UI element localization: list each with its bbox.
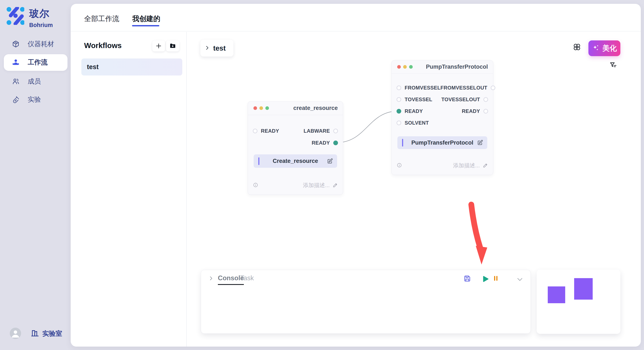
sparkles-icon [592, 44, 600, 52]
pause-icon[interactable] [492, 275, 500, 283]
workflow-tabs-bar: 全部工作流 我创建的 [71, 4, 641, 31]
tab-task[interactable]: Task [240, 274, 254, 284]
avatar[interactable] [10, 328, 21, 339]
node-action-button[interactable]: Create_resource [254, 154, 337, 168]
node-header: create_resource [248, 101, 343, 115]
node-header: PumpTransferProtocol [392, 60, 493, 74]
import-folder-button[interactable] [166, 40, 179, 51]
layout-clover-icon[interactable] [573, 43, 581, 51]
logo-subtitle: Bohrium [29, 22, 53, 28]
active-tab-underline [132, 25, 159, 26]
edit-icon[interactable] [477, 140, 483, 146]
logo-title: 玻尔 [29, 7, 53, 20]
port-row: READY READY [392, 107, 493, 116]
filter-icon[interactable] [610, 61, 617, 69]
add-workflow-button[interactable] [152, 40, 165, 51]
edit-icon[interactable] [327, 158, 333, 164]
run-icon[interactable] [481, 275, 489, 283]
tab-all-workflows[interactable]: 全部工作流 [84, 14, 119, 24]
port-row: SOLVENT [392, 119, 493, 127]
sidebar-item-experiment[interactable]: 实验 [0, 92, 71, 107]
tab-console[interactable]: Console [218, 274, 244, 285]
sidebar: 玻尔 Bohrium 仪器耗材 [0, 0, 71, 350]
beautify-label: 美化 [602, 43, 617, 53]
plus-icon [156, 43, 162, 49]
input-port-ready[interactable]: READY [396, 108, 423, 114]
package-icon [11, 39, 20, 48]
console-header: Console Task [201, 270, 530, 287]
node-pump-transfer-protocol[interactable]: PumpTransferProtocol FROMVESSEL FROMVESS… [392, 60, 493, 175]
main-content: 全部工作流 我创建的 Workflows test [71, 4, 641, 347]
traffic-dots-icon [254, 106, 269, 110]
minimap[interactable] [537, 270, 620, 334]
port-circle[interactable] [491, 85, 495, 90]
info-icon[interactable] [397, 163, 402, 169]
pencil-icon [333, 182, 338, 189]
input-port-fromvessel[interactable]: FROMVESSEL [396, 85, 440, 91]
bohrium-logo-icon [6, 7, 24, 28]
port-row: FROMVESSEL FROMVESSELOUT [392, 84, 493, 92]
sidebar-item-members[interactable]: 成员 [0, 74, 71, 89]
port-circle[interactable] [396, 85, 401, 90]
workflow-icon [11, 58, 20, 67]
workflow-list-item-test[interactable]: test [81, 58, 182, 75]
chevron-down-icon[interactable] [516, 276, 524, 284]
node-create-resource[interactable]: create_resource READY LABWARE READY [248, 101, 343, 195]
experiment-icon [11, 95, 20, 104]
sidebar-item-label: 工作流 [28, 58, 48, 67]
port-circle-connected[interactable] [396, 109, 401, 114]
save-icon[interactable] [464, 275, 472, 283]
port-circle[interactable] [396, 121, 401, 125]
port-circle[interactable] [333, 129, 338, 133]
text-caret [402, 139, 403, 147]
members-icon [11, 77, 20, 86]
lab-label: 实验室 [42, 329, 62, 338]
node-action-button[interactable]: PumpTransferProtocol [398, 136, 487, 149]
tab-my-created[interactable]: 我创建的 [132, 14, 160, 24]
node-title: PumpTransferProtocol [426, 64, 488, 70]
sidebar-item-label: 实验 [28, 95, 41, 104]
minimap-node-rect [574, 278, 593, 300]
output-port-tovesselout[interactable]: TOVESSELOUT [441, 97, 488, 103]
port-row: READY [248, 139, 343, 147]
output-port-labware[interactable]: LABWARE [304, 128, 338, 134]
info-icon[interactable] [253, 182, 258, 188]
lab-switcher[interactable]: 实验室 [30, 329, 62, 339]
add-description[interactable]: 添加描述... [303, 181, 338, 189]
sidebar-item-workflow[interactable]: 工作流 [0, 55, 71, 70]
minimap-node-rect [548, 286, 565, 303]
collapse-panel-icon[interactable] [208, 275, 214, 281]
breadcrumb-label: test [213, 44, 226, 52]
workflow-list-panel: Workflows test [71, 32, 187, 347]
port-circle[interactable] [484, 109, 488, 114]
port-circle[interactable] [253, 129, 258, 133]
output-port-ready[interactable]: READY [312, 140, 338, 146]
folder-download-icon [169, 42, 176, 49]
input-port-ready[interactable]: READY [253, 128, 279, 134]
output-port-ready[interactable]: READY [462, 108, 488, 114]
port-circle-connected[interactable] [333, 141, 338, 145]
breadcrumb[interactable]: test [200, 40, 234, 57]
port-circle[interactable] [484, 97, 488, 102]
sidebar-item-instruments[interactable]: 仪器耗材 [0, 37, 71, 51]
port-circle[interactable] [396, 97, 401, 102]
input-port-tovessel[interactable]: TOVESSEL [396, 97, 432, 103]
add-description[interactable]: 添加描述... [453, 162, 488, 169]
panel-title: Workflows [84, 41, 122, 50]
chevron-right-icon [205, 45, 210, 51]
node-footer: 添加描述... [253, 181, 338, 189]
bohrium-app: 玻尔 Bohrium 仪器耗材 [0, 0, 644, 350]
logo: 玻尔 Bohrium [6, 7, 53, 28]
text-caret [258, 157, 260, 165]
output-port-fromvesselout[interactable]: FROMVESSELOUT [440, 85, 495, 91]
sidebar-item-label: 仪器耗材 [28, 39, 54, 48]
node-title: create_resource [293, 105, 338, 111]
port-row: READY LABWARE [248, 127, 343, 135]
input-port-solvent[interactable]: SOLVENT [396, 120, 429, 126]
building-icon [30, 329, 40, 339]
pencil-icon [483, 163, 488, 169]
console-panel: Console Task [201, 270, 531, 334]
sidebar-item-label: 成员 [28, 77, 41, 86]
sidebar-footer: 实验室 [0, 326, 71, 343]
beautify-button[interactable]: 美化 [588, 40, 620, 56]
